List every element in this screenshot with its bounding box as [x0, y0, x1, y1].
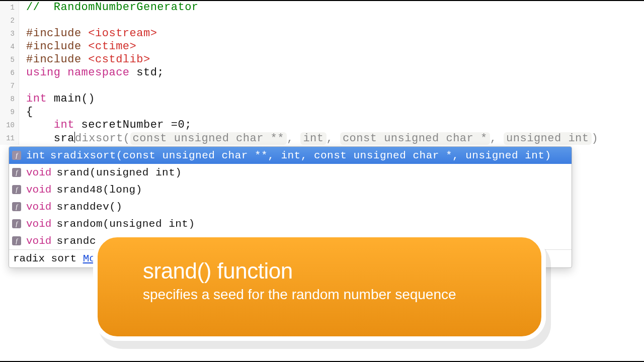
- function-signature: srandc: [56, 235, 96, 247]
- line-number: 4: [0, 40, 19, 53]
- line-number: 1: [0, 1, 19, 14]
- code-content[interactable]: #include <cstdlib>: [19, 53, 150, 66]
- footer-text: radix sort: [13, 253, 83, 264]
- function-signature: srandom(unsigned int): [56, 218, 195, 230]
- line-number: 11: [0, 132, 19, 145]
- line-number: 2: [0, 14, 19, 27]
- autocomplete-item[interactable]: fintsradixsort(const unsigned char **, i…: [9, 147, 572, 164]
- function-signature: sradixsort(const unsigned char **, int, …: [50, 150, 551, 161]
- code-line[interactable]: 2: [0, 14, 644, 27]
- code-line[interactable]: 1// RandomNumberGenerator: [0, 1, 644, 14]
- line-number: 6: [0, 66, 19, 79]
- code-content[interactable]: sradixsort(const unsigned char **, int, …: [19, 132, 598, 145]
- return-type: void: [26, 184, 51, 196]
- code-content[interactable]: int secretNumber =0;: [19, 119, 192, 132]
- code-line[interactable]: 7: [0, 79, 644, 93]
- line-number: 8: [0, 93, 19, 106]
- function-icon: f: [12, 168, 21, 177]
- autocomplete-item[interactable]: fvoidsrand48(long): [9, 181, 572, 198]
- line-number: 9: [0, 106, 19, 119]
- code-line[interactable]: 10 int secretNumber =0;: [0, 119, 644, 132]
- code-line[interactable]: 9{: [0, 106, 644, 119]
- code-content[interactable]: #include <ctime>: [19, 40, 136, 53]
- function-signature: srand(unsigned int): [56, 167, 182, 178]
- callout-subtitle: specifies a seed for the random number s…: [143, 287, 511, 303]
- autocomplete-item[interactable]: fvoidsrand(unsigned int): [9, 164, 572, 181]
- function-signature: srand48(long): [56, 184, 142, 196]
- code-line[interactable]: 8int main(): [0, 93, 644, 106]
- code-line[interactable]: 3#include <iostream>: [0, 27, 644, 40]
- line-number: 5: [0, 53, 19, 66]
- function-icon: f: [12, 202, 21, 211]
- code-content[interactable]: #include <iostream>: [19, 27, 157, 40]
- code-line[interactable]: 5#include <cstdlib>: [0, 53, 644, 66]
- code-content[interactable]: [19, 79, 26, 93]
- function-icon: f: [12, 236, 21, 245]
- return-type: int: [26, 150, 45, 161]
- autocomplete-item[interactable]: fvoidsranddev(): [9, 198, 572, 215]
- line-number: 10: [0, 119, 19, 132]
- tutorial-callout: srand() function specifies a seed for th…: [93, 233, 546, 341]
- code-line[interactable]: 4#include <ctime>: [0, 40, 644, 53]
- function-icon: f: [12, 219, 21, 228]
- autocomplete-item[interactable]: fvoidsrandom(unsigned int): [9, 215, 572, 232]
- code-line[interactable]: 6using namespace std;: [0, 66, 644, 79]
- function-icon: f: [12, 185, 21, 194]
- code-line-active[interactable]: 11 sradixsort(const unsigned char **, in…: [0, 132, 644, 145]
- function-signature: sranddev(): [56, 201, 122, 213]
- code-content[interactable]: int main(): [19, 93, 95, 106]
- return-type: void: [26, 167, 51, 178]
- function-icon: f: [12, 151, 21, 160]
- code-content[interactable]: // RandomNumberGenerator: [19, 1, 199, 14]
- code-content[interactable]: using namespace std;: [19, 66, 164, 79]
- callout-title: srand() function: [143, 258, 511, 284]
- code-content[interactable]: [19, 14, 26, 27]
- return-type: void: [26, 201, 51, 213]
- code-editor[interactable]: 1// RandomNumberGenerator23#include <ios…: [0, 0, 644, 145]
- return-type: void: [26, 235, 51, 247]
- line-number: 7: [0, 79, 19, 93]
- return-type: void: [26, 218, 51, 230]
- line-number: 3: [0, 27, 19, 40]
- code-content[interactable]: {: [19, 106, 33, 119]
